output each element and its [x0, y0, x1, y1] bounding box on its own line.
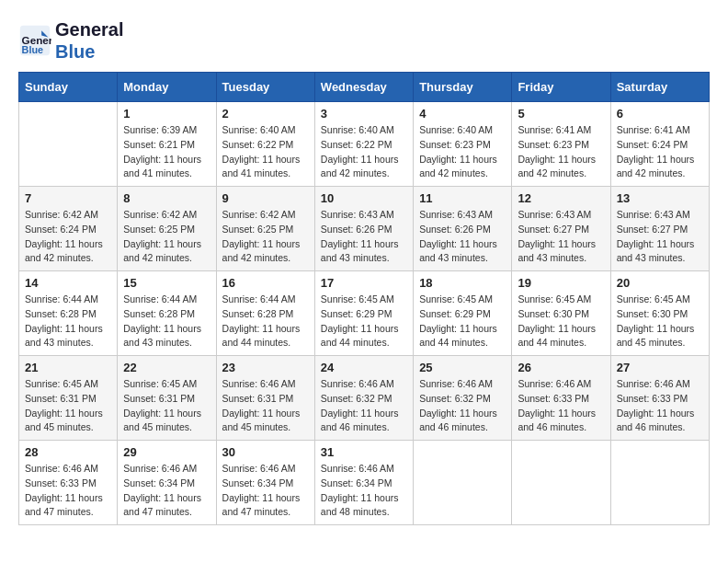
day-info: Sunrise: 6:39 AMSunset: 6:21 PMDaylight:…	[123, 123, 210, 181]
day-info: Sunrise: 6:46 AMSunset: 6:34 PMDaylight:…	[222, 462, 309, 520]
calendar-cell: 11Sunrise: 6:43 AMSunset: 6:26 PMDayligh…	[414, 187, 512, 271]
calendar-body: 1Sunrise: 6:39 AMSunset: 6:21 PMDaylight…	[19, 102, 710, 525]
calendar-cell: 6Sunrise: 6:41 AMSunset: 6:24 PMDaylight…	[610, 102, 709, 187]
day-info: Sunrise: 6:45 AMSunset: 6:29 PMDaylight:…	[321, 293, 407, 350]
calendar-cell: 10Sunrise: 6:43 AMSunset: 6:26 PMDayligh…	[314, 187, 413, 271]
day-info: Sunrise: 6:46 AMSunset: 6:33 PMDaylight:…	[617, 377, 703, 435]
calendar-cell: 1Sunrise: 6:39 AMSunset: 6:21 PMDaylight…	[118, 102, 216, 187]
calendar-cell: 13Sunrise: 6:43 AMSunset: 6:27 PMDayligh…	[610, 187, 709, 271]
svg-text:Blue: Blue	[22, 44, 43, 55]
day-header: Tuesday	[216, 73, 314, 102]
day-number: 6	[617, 107, 703, 121]
calendar-cell: 18Sunrise: 6:45 AMSunset: 6:29 PMDayligh…	[414, 271, 512, 356]
day-info: Sunrise: 6:42 AMSunset: 6:25 PMDaylight:…	[222, 208, 309, 266]
day-info: Sunrise: 6:45 AMSunset: 6:30 PMDaylight:…	[617, 293, 703, 350]
day-info: Sunrise: 6:45 AMSunset: 6:30 PMDaylight:…	[518, 293, 604, 350]
calendar-cell: 23Sunrise: 6:46 AMSunset: 6:31 PMDayligh…	[216, 356, 314, 441]
calendar-cell: 28Sunrise: 6:46 AMSunset: 6:33 PMDayligh…	[19, 441, 118, 525]
calendar-cell: 12Sunrise: 6:43 AMSunset: 6:27 PMDayligh…	[512, 187, 610, 271]
day-number: 29	[123, 445, 210, 459]
day-info: Sunrise: 6:46 AMSunset: 6:34 PMDaylight:…	[123, 462, 210, 520]
day-number: 13	[617, 191, 703, 205]
day-number: 12	[518, 191, 604, 205]
calendar-week: 1Sunrise: 6:39 AMSunset: 6:21 PMDaylight…	[19, 102, 710, 187]
day-header: Thursday	[414, 73, 512, 102]
calendar-cell: 20Sunrise: 6:45 AMSunset: 6:30 PMDayligh…	[610, 271, 709, 356]
day-info: Sunrise: 6:44 AMSunset: 6:28 PMDaylight:…	[123, 293, 210, 350]
day-info: Sunrise: 6:44 AMSunset: 6:28 PMDaylight:…	[222, 293, 309, 350]
day-number: 23	[222, 361, 309, 374]
day-info: Sunrise: 6:43 AMSunset: 6:26 PMDaylight:…	[321, 208, 407, 266]
calendar-cell: 29Sunrise: 6:46 AMSunset: 6:34 PMDayligh…	[118, 441, 216, 525]
calendar-cell: 30Sunrise: 6:46 AMSunset: 6:34 PMDayligh…	[216, 441, 314, 525]
day-info: Sunrise: 6:46 AMSunset: 6:34 PMDaylight:…	[321, 462, 407, 520]
logo-line2: Blue	[55, 40, 123, 63]
day-number: 24	[321, 361, 407, 374]
day-number: 9	[222, 191, 309, 205]
calendar-week: 7Sunrise: 6:42 AMSunset: 6:24 PMDaylight…	[19, 187, 710, 271]
day-info: Sunrise: 6:43 AMSunset: 6:27 PMDaylight:…	[617, 208, 703, 266]
day-header: Friday	[512, 73, 610, 102]
calendar-cell: 14Sunrise: 6:44 AMSunset: 6:28 PMDayligh…	[19, 271, 118, 356]
day-number: 21	[25, 361, 111, 374]
calendar-cell: 31Sunrise: 6:46 AMSunset: 6:34 PMDayligh…	[314, 441, 413, 525]
calendar-cell	[414, 441, 512, 525]
calendar-week: 21Sunrise: 6:45 AMSunset: 6:31 PMDayligh…	[19, 356, 710, 441]
calendar-cell: 7Sunrise: 6:42 AMSunset: 6:24 PMDaylight…	[19, 187, 118, 271]
day-info: Sunrise: 6:45 AMSunset: 6:31 PMDaylight:…	[25, 377, 111, 435]
page-header: General Blue General Blue	[18, 18, 710, 63]
calendar-cell: 17Sunrise: 6:45 AMSunset: 6:29 PMDayligh…	[314, 271, 413, 356]
day-number: 19	[518, 276, 604, 290]
day-info: Sunrise: 6:42 AMSunset: 6:24 PMDaylight:…	[25, 208, 111, 266]
calendar-cell	[512, 441, 610, 525]
calendar-cell: 8Sunrise: 6:42 AMSunset: 6:25 PMDaylight…	[118, 187, 216, 271]
day-info: Sunrise: 6:46 AMSunset: 6:32 PMDaylight:…	[419, 377, 506, 435]
calendar-cell: 26Sunrise: 6:46 AMSunset: 6:33 PMDayligh…	[512, 356, 610, 441]
day-header: Monday	[118, 73, 216, 102]
day-info: Sunrise: 6:42 AMSunset: 6:25 PMDaylight:…	[123, 208, 210, 266]
logo-icon: General Blue	[18, 24, 51, 57]
day-number: 25	[419, 361, 506, 374]
day-header: Saturday	[610, 73, 709, 102]
calendar-cell: 5Sunrise: 6:41 AMSunset: 6:23 PMDaylight…	[512, 102, 610, 187]
logo: General Blue General Blue	[18, 18, 123, 63]
day-info: Sunrise: 6:45 AMSunset: 6:29 PMDaylight:…	[419, 293, 506, 350]
calendar-cell: 19Sunrise: 6:45 AMSunset: 6:30 PMDayligh…	[512, 271, 610, 356]
day-number: 15	[123, 276, 210, 290]
calendar-week: 28Sunrise: 6:46 AMSunset: 6:33 PMDayligh…	[19, 441, 710, 525]
header-row: SundayMondayTuesdayWednesdayThursdayFrid…	[19, 73, 710, 102]
logo-line1: General	[55, 18, 123, 40]
day-info: Sunrise: 6:43 AMSunset: 6:26 PMDaylight:…	[419, 208, 506, 266]
calendar-cell	[610, 441, 709, 525]
day-number: 2	[222, 107, 309, 121]
day-number: 17	[321, 276, 407, 290]
calendar-cell: 27Sunrise: 6:46 AMSunset: 6:33 PMDayligh…	[610, 356, 709, 441]
day-info: Sunrise: 6:40 AMSunset: 6:23 PMDaylight:…	[419, 123, 506, 181]
day-number: 1	[123, 107, 210, 121]
day-number: 27	[617, 361, 703, 374]
day-number: 22	[123, 361, 210, 374]
day-number: 16	[222, 276, 309, 290]
calendar-cell: 25Sunrise: 6:46 AMSunset: 6:32 PMDayligh…	[414, 356, 512, 441]
day-number: 7	[25, 191, 111, 205]
day-info: Sunrise: 6:46 AMSunset: 6:33 PMDaylight:…	[25, 462, 111, 520]
day-info: Sunrise: 6:40 AMSunset: 6:22 PMDaylight:…	[321, 123, 407, 181]
day-header: Wednesday	[314, 73, 413, 102]
day-info: Sunrise: 6:46 AMSunset: 6:33 PMDaylight:…	[518, 377, 604, 435]
calendar-cell	[19, 102, 118, 187]
day-header: Sunday	[19, 73, 118, 102]
day-number: 10	[321, 191, 407, 205]
day-info: Sunrise: 6:40 AMSunset: 6:22 PMDaylight:…	[222, 123, 309, 181]
day-info: Sunrise: 6:43 AMSunset: 6:27 PMDaylight:…	[518, 208, 604, 266]
day-number: 26	[518, 361, 604, 374]
day-number: 30	[222, 445, 309, 459]
calendar-cell: 9Sunrise: 6:42 AMSunset: 6:25 PMDaylight…	[216, 187, 314, 271]
calendar-cell: 15Sunrise: 6:44 AMSunset: 6:28 PMDayligh…	[118, 271, 216, 356]
day-number: 5	[518, 107, 604, 121]
day-number: 18	[419, 276, 506, 290]
day-number: 31	[321, 445, 407, 459]
day-number: 3	[321, 107, 407, 121]
day-info: Sunrise: 6:41 AMSunset: 6:23 PMDaylight:…	[518, 123, 604, 181]
day-number: 8	[123, 191, 210, 205]
calendar-cell: 16Sunrise: 6:44 AMSunset: 6:28 PMDayligh…	[216, 271, 314, 356]
